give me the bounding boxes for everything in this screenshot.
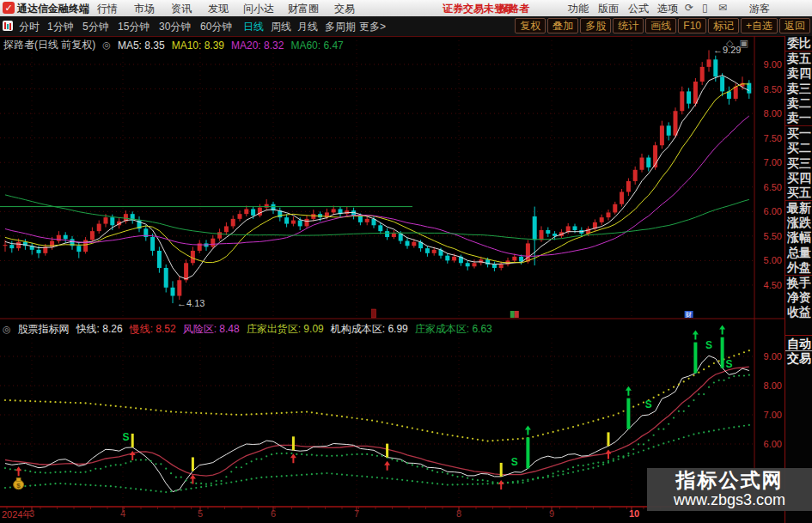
mail-icon[interactable]: ✉ (718, 2, 727, 14)
svg-text:8.00: 8.00 (764, 108, 782, 119)
svg-text:S: S (511, 456, 518, 468)
svg-text:S: S (122, 431, 129, 443)
indicator-title-row: ◎ 股票指标网 快线: 8.26慢线: 8.52风险区: 8.48庄家出货区: … (3, 322, 492, 337)
current-stock-name[interactable]: 探路者 (498, 2, 529, 16)
right-menu-item-0[interactable]: 功能 (568, 2, 589, 16)
tdx-terminal-window: ✓ 通达信金融终端 证券交易未登录 探路者 ⟳ ▯ ✉ 游客 行情市场资讯发现问… (0, 0, 812, 523)
sidebar-row-8: 买三 (785, 156, 812, 171)
axis-month-3: 3 (29, 508, 34, 519)
main-chart-title-row: 探路者(日线 前复权) ◎ MA5: 8.35MA10: 8.39MA20: 8… (3, 38, 344, 52)
indicator-field-3: 庄家出货区: 9.09 (247, 322, 324, 337)
svg-text:S: S (705, 339, 712, 351)
svg-text:6.00: 6.00 (764, 206, 782, 216)
svg-text:4.50: 4.50 (764, 280, 782, 290)
svg-text:6.50: 6.50 (764, 182, 782, 192)
menu-item-6[interactable]: 交易 (334, 2, 355, 16)
stock-title: 探路者(日线 前复权) (3, 38, 95, 52)
quote-sidebar: 委比卖五卖四卖三卖二卖一买一买二买三买四买五最新涨跌涨幅总量外盘换手净资收益 自… (785, 36, 812, 523)
watermark: 指标公式网 www.zbgs3.com (647, 468, 812, 511)
menu-item-5[interactable]: 财富圈 (288, 2, 319, 16)
menu-item-3[interactable]: 发现 (208, 2, 229, 16)
right-menu-item-2[interactable]: 公式 (628, 2, 649, 16)
menubar: ✓ 通达信金融终端 证券交易未登录 探路者 ⟳ ▯ ✉ 游客 行情市场资讯发现问… (0, 0, 812, 17)
right-menu-item-1[interactable]: 版面 (598, 2, 619, 16)
period-tab-9[interactable]: 多周期 (325, 20, 356, 34)
svg-text:8.00: 8.00 (764, 380, 782, 391)
svg-text:5.50: 5.50 (764, 231, 782, 241)
sidebar-row-14: 总量 (785, 246, 812, 260)
main-chart-canvas[interactable]: 9.008.508.007.507.006.506.005.505.004.50… (0, 36, 812, 523)
period-tab-10[interactable]: 更多> (359, 20, 386, 34)
ma-label-1: MA10: 8.39 (172, 40, 224, 52)
menu-item-1[interactable]: 市场 (134, 2, 155, 16)
sidebar-row-6: 买一 (785, 125, 812, 141)
svg-text:财: 财 (686, 312, 692, 318)
sidebar-row-3: 卖三 (785, 82, 812, 96)
sidebar-row-11: 最新 (785, 200, 812, 216)
tdx-logo-icon[interactable]: ✓ (3, 2, 15, 14)
svg-text:8.50: 8.50 (764, 84, 782, 94)
sidebar-row-12: 涨跌 (785, 216, 812, 230)
period-toolbar: 复权叠加多股统计画线F10标记+自选返回 分时1分钟5分钟15分钟30分钟60分… (0, 16, 812, 37)
kline-view-icon[interactable] (3, 21, 13, 31)
title-dropdown-icon[interactable]: ◎ (102, 40, 111, 51)
period-tab-4[interactable]: 30分钟 (159, 20, 191, 34)
sidebar-row-16: 换手 (785, 275, 812, 290)
toolbar-button-5[interactable]: F10 (678, 18, 706, 33)
period-tab-0[interactable]: 分时 (19, 20, 40, 34)
period-tab-6[interactable]: 日线 (243, 20, 264, 34)
svg-text:7.00: 7.00 (764, 410, 782, 420)
menu-item-2[interactable]: 资讯 (171, 2, 192, 16)
sidebar-row-7: 买二 (785, 141, 812, 155)
axis-month-8: 8 (456, 508, 461, 519)
toolbar-button-6[interactable]: 标记 (708, 18, 739, 33)
period-tab-8[interactable]: 月线 (297, 20, 318, 34)
axis-month-10: 10 (629, 508, 639, 519)
sidebar-row-1: 卖五 (785, 51, 812, 66)
toolbar-button-3[interactable]: 统计 (613, 18, 644, 33)
guest-account[interactable]: 游客 (749, 2, 770, 16)
toolbar-button-2[interactable]: 多股 (580, 18, 611, 33)
app-title: 通达信金融终端 (17, 2, 89, 16)
sidebar-row-5: 卖一 (785, 111, 812, 125)
diamond-icon[interactable]: ◇ (726, 38, 733, 49)
period-tab-1[interactable]: 1分钟 (47, 20, 74, 34)
period-tab-3[interactable]: 15分钟 (118, 20, 150, 34)
ma-label-0: MA5: 8.35 (118, 40, 165, 52)
axis-month-6: 6 (271, 508, 276, 519)
svg-text:6.00: 6.00 (764, 439, 782, 449)
indicator-source: 股票指标网 (18, 322, 70, 337)
indicator-field-4: 机构成本区: 6.99 (331, 322, 408, 337)
indicator-collapse-icon[interactable]: ◎ (3, 324, 11, 335)
toolbar-button-4[interactable]: 画线 (645, 18, 676, 33)
toolbar-button-8[interactable]: 返回 (779, 18, 810, 33)
svg-text:5.00: 5.00 (764, 255, 782, 265)
period-tab-2[interactable]: 5分钟 (82, 20, 109, 34)
svg-text:S: S (645, 398, 652, 410)
svg-text:7.00: 7.00 (764, 157, 782, 167)
toolbar-button-7[interactable]: +自选 (741, 18, 778, 33)
period-tab-7[interactable]: 周线 (271, 20, 291, 34)
menu-item-0[interactable]: 行情 (97, 2, 118, 16)
right-menu-item-3[interactable]: 选项 (657, 2, 678, 16)
mobile-icon[interactable]: ▯ (702, 2, 708, 14)
auto-trade-panel[interactable]: 自动 交易 (785, 335, 812, 364)
sidebar-row-10: 买五 (785, 185, 812, 200)
window-icon[interactable]: ▣ (739, 38, 748, 49)
auto-trade-label-2: 交易 (785, 352, 812, 364)
axis-year-label: 2024年 (2, 508, 32, 521)
refresh-icon[interactable]: ⟳ (685, 2, 693, 14)
svg-text:9.00: 9.00 (764, 59, 782, 70)
chart-tool-buttons: 复权叠加多股统计画线F10标记+自选返回 (515, 18, 810, 33)
watermark-title: 指标公式网 (676, 470, 784, 491)
toolbar-button-1[interactable]: 叠加 (547, 18, 578, 33)
axis-month-4: 4 (120, 508, 125, 519)
indicator-field-0: 快线: 8.26 (76, 322, 123, 337)
indicator-field-1: 慢线: 8.52 (130, 322, 176, 337)
sidebar-row-4: 卖二 (785, 96, 812, 111)
period-tab-5[interactable]: 60分钟 (200, 20, 232, 34)
toolbar-button-0[interactable]: 复权 (515, 18, 546, 33)
sidebar-row-15: 外盘 (785, 260, 812, 275)
menu-item-4[interactable]: 问小达 (243, 2, 274, 16)
svg-text:S: S (725, 358, 732, 370)
